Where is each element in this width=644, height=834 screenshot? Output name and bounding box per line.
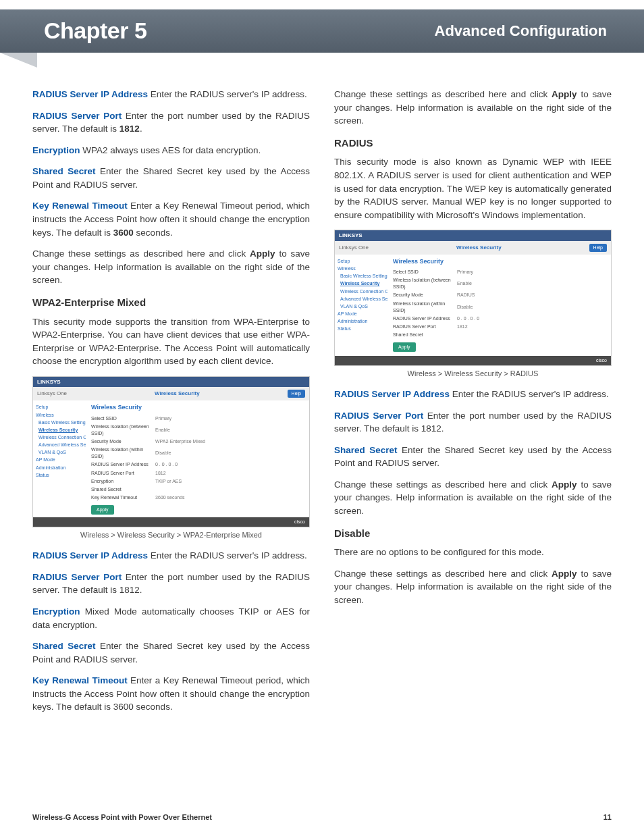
nav-item[interactable]: Wireless Connection Control	[338, 288, 387, 295]
screenshot-form: Wireless Security Select SSIDPrimaryWire…	[389, 255, 611, 356]
form-control[interactable]: RADIUS	[457, 292, 607, 298]
screenshot-titlebar: Linksys One Wireless Security Help	[33, 387, 309, 400]
screenshot-brand: LINKSYS	[335, 230, 611, 241]
form-row: Wireless Isolation (within SSID)Disable	[91, 446, 305, 460]
form-control[interactable]: Enable	[155, 427, 305, 434]
term-shared-secret: Shared Secret	[334, 445, 397, 455]
nav-item-selected[interactable]: Wireless Security	[36, 427, 86, 434]
text: Change these settings as described here …	[334, 89, 552, 99]
form-control[interactable]: 3600 seconds	[155, 494, 305, 501]
form-control[interactable]: 0 . 0 . 0 . 0	[155, 461, 305, 468]
nav-item[interactable]: AP Mode	[338, 311, 387, 317]
form-control[interactable]: Enable	[457, 280, 607, 287]
form-label: Wireless Isolation (within SSID)	[91, 446, 155, 460]
form-control[interactable]: WPA2-Enterprise Mixed	[155, 438, 305, 445]
text: Change these settings as described here …	[32, 249, 250, 259]
nav-item[interactable]: Administration	[36, 465, 86, 471]
help-button[interactable]: Help	[288, 390, 305, 398]
screenshot-form: Wireless Security Select SSIDPrimaryWire…	[87, 400, 309, 517]
nav-item[interactable]: Status	[36, 472, 86, 479]
paragraph: Key Renewal Timeout Enter a Key Renewal …	[32, 199, 310, 239]
screenshot-crumb-left: Linksys One	[339, 244, 369, 252]
form-control[interactable]: Primary	[457, 269, 607, 276]
screenshot-nav: Setup Wireless Basic Wireless Settings W…	[33, 400, 87, 517]
term-radius-port: RADIUS Server Port	[32, 111, 122, 121]
form-row: Select SSIDPrimary	[91, 415, 305, 422]
heading-disable: Disable	[334, 526, 612, 541]
form-control[interactable]: TKIP or AES	[155, 478, 305, 485]
form-label: Select SSID	[393, 269, 457, 276]
text: Enter the RADIUS server's IP address.	[148, 550, 307, 561]
term-shared-secret: Shared Secret	[32, 641, 95, 651]
form-row: RADIUS Server Port1812	[393, 323, 607, 330]
term-key-renewal: Key Renewal Timeout	[32, 201, 128, 211]
text: Enter the RADIUS server's IP address.	[450, 389, 609, 399]
chapter-title: Chapter 5	[44, 14, 146, 47]
nav-item[interactable]: VLAN & QoS	[36, 449, 86, 456]
text: WPA2 always uses AES for data encryption…	[80, 145, 261, 155]
bold-apply: Apply	[552, 569, 577, 579]
term-key-renewal: Key Renewal Timeout	[32, 675, 128, 685]
form-control[interactable]: 1812	[155, 470, 305, 477]
form-control[interactable]: 0 . 0 . 0 . 0	[457, 315, 607, 322]
apply-button[interactable]: Apply	[91, 505, 114, 515]
paragraph: Change these settings as described here …	[334, 88, 612, 128]
form-row: RADIUS Server IP Address0 . 0 . 0 . 0	[91, 461, 305, 468]
form-label: Wireless Isolation (between SSID)	[91, 423, 155, 437]
screenshot-crumb-left: Linksys One	[37, 390, 67, 398]
form-row: Security ModeRADIUS	[393, 292, 607, 298]
screenshot-crumb-title: Wireless Security	[456, 244, 502, 252]
screenshot-titlebar: Linksys One Wireless Security Help	[335, 241, 611, 255]
paragraph: There are no options to be configured fo…	[334, 546, 612, 559]
nav-item-selected[interactable]: Wireless Security	[338, 280, 387, 287]
screenshot-brand: LINKSYS	[33, 377, 309, 388]
nav-item[interactable]: Wireless Connection Control	[36, 434, 86, 441]
form-row: EncryptionTKIP or AES	[91, 478, 305, 485]
paragraph: RADIUS Server Port Enter the port number…	[32, 571, 310, 597]
form-control[interactable]: Primary	[155, 415, 305, 422]
footer-product: Wireless-G Access Point with Power Over …	[32, 812, 212, 823]
nav-item[interactable]: AP Mode	[36, 457, 86, 463]
term-radius-ip: RADIUS Server IP Address	[32, 89, 148, 99]
term-radius-port: RADIUS Server Port	[32, 572, 122, 582]
term-shared-secret: Shared Secret	[32, 166, 95, 176]
paragraph: Shared Secret Enter the Shared Secret ke…	[32, 640, 310, 666]
nav-item[interactable]: Setup	[36, 404, 86, 411]
text: Change these settings as described here …	[334, 479, 552, 490]
paragraph: This security mode supports the transiti…	[32, 315, 310, 368]
nav-item[interactable]: VLAN & QoS	[338, 303, 387, 310]
screenshot-footer: cisco	[335, 356, 611, 365]
bold-1812: 1812	[119, 124, 140, 134]
caption-wpa2-mixed: Wireless > Wireless Security > WPA2-Ente…	[32, 530, 310, 541]
paragraph: Encryption Mixed Mode automatically choo…	[32, 605, 310, 631]
form-row: Select SSIDPrimary	[393, 269, 607, 276]
paragraph: RADIUS Server IP Address Enter the RADIU…	[32, 88, 310, 101]
nav-item[interactable]: Status	[338, 325, 387, 332]
form-row: Key Renewal Timeout3600 seconds	[91, 494, 305, 501]
form-control[interactable]: Disable	[457, 304, 607, 311]
nav-item[interactable]: Basic Wireless Settings	[338, 273, 387, 280]
text: Enter the RADIUS server's IP address.	[148, 89, 307, 99]
nav-item[interactable]: Advanced Wireless Settings	[338, 296, 387, 303]
term-radius-port: RADIUS Server Port	[334, 411, 423, 421]
nav-item[interactable]: Wireless	[36, 412, 86, 419]
caption-radius: Wireless > Wireless Security > RADIUS	[334, 369, 612, 380]
nav-item[interactable]: Advanced Wireless Settings	[36, 442, 86, 448]
form-control[interactable]: 1812	[457, 323, 607, 330]
nav-item[interactable]: Administration	[338, 318, 387, 325]
form-label: RADIUS Server Port	[393, 323, 457, 330]
apply-button[interactable]: Apply	[393, 342, 416, 352]
form-label: RADIUS Server IP Address	[393, 315, 457, 322]
paragraph: RADIUS Server IP Address Enter the RADIU…	[32, 549, 310, 563]
screenshot-wpa2-mixed: LINKSYS Linksys One Wireless Security He…	[32, 376, 310, 528]
nav-item[interactable]: Setup	[338, 258, 387, 265]
help-button[interactable]: Help	[589, 244, 607, 252]
form-label: Security Mode	[393, 292, 457, 298]
nav-item[interactable]: Wireless	[338, 265, 387, 272]
nav-item[interactable]: Basic Wireless Settings	[36, 419, 86, 426]
term-encryption: Encryption	[32, 606, 80, 617]
form-label: Encryption	[91, 478, 155, 485]
term-encryption: Encryption	[32, 145, 80, 155]
form-control[interactable]: Disable	[155, 450, 305, 457]
bold-3600: 3600	[113, 228, 134, 238]
